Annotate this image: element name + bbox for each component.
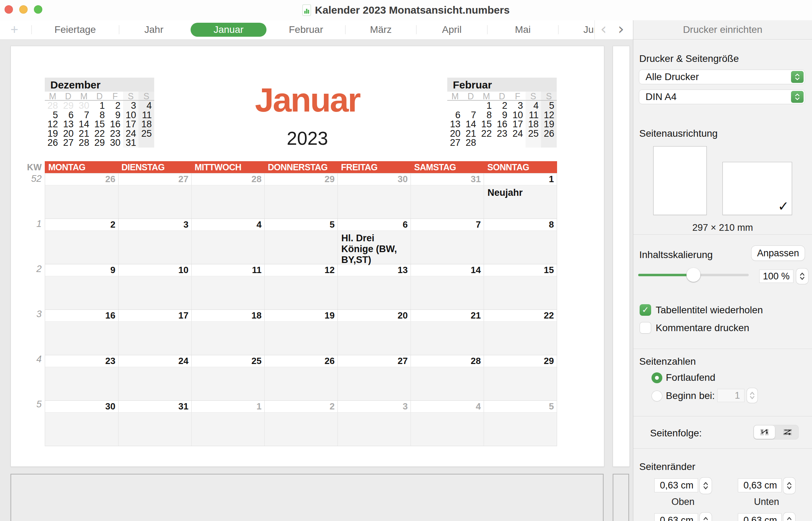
date-cell[interactable]: 23 bbox=[45, 355, 118, 367]
empty-event-cell[interactable] bbox=[264, 185, 337, 219]
margin-right-field-stepper[interactable] bbox=[783, 513, 795, 521]
mini-day-cell[interactable]: 17 bbox=[123, 120, 139, 129]
margin-top-field-stepper[interactable] bbox=[700, 478, 712, 494]
empty-event-cell[interactable] bbox=[118, 413, 191, 446]
mini-day-cell[interactable]: 16 bbox=[107, 120, 123, 129]
empty-event-cell[interactable] bbox=[484, 231, 557, 264]
empty-event-cell[interactable] bbox=[411, 322, 484, 355]
margin-bottom-field-stepper[interactable] bbox=[783, 478, 795, 494]
date-cell[interactable]: 17 bbox=[118, 310, 191, 321]
empty-event-cell[interactable] bbox=[264, 322, 337, 355]
date-cell[interactable]: 9 bbox=[45, 264, 118, 276]
empty-event-cell[interactable] bbox=[191, 231, 264, 264]
date-cell[interactable]: 29 bbox=[264, 173, 337, 185]
event-cell[interactable]: Neujahr bbox=[484, 185, 557, 219]
date-cell[interactable]: 7 bbox=[411, 219, 484, 230]
date-cell[interactable]: 26 bbox=[45, 173, 118, 185]
fit-button[interactable]: Anpassen bbox=[752, 246, 805, 260]
date-cell[interactable]: 4 bbox=[191, 219, 264, 230]
date-cell[interactable]: 16 bbox=[45, 310, 118, 321]
page-order-vertical-button[interactable] bbox=[754, 426, 775, 439]
empty-event-cell[interactable] bbox=[337, 276, 411, 309]
date-cell[interactable]: 5 bbox=[264, 219, 337, 230]
date-cell[interactable]: 14 bbox=[411, 264, 484, 276]
checkbox-print-comments[interactable] bbox=[640, 322, 651, 334]
orientation-portrait-option[interactable] bbox=[653, 146, 707, 215]
tab-jahr[interactable]: Jahr bbox=[144, 20, 163, 39]
mini-day-cell[interactable]: 13 bbox=[447, 120, 463, 129]
mini-day-cell[interactable]: 13 bbox=[60, 120, 76, 129]
date-cell[interactable]: 13 bbox=[337, 264, 411, 276]
add-sheet-button[interactable]: + bbox=[10, 20, 18, 39]
date-cell[interactable]: 11 bbox=[191, 264, 264, 276]
empty-event-cell[interactable] bbox=[411, 185, 484, 219]
date-cell[interactable]: 26 bbox=[264, 355, 337, 367]
margin-left-field-stepper[interactable] bbox=[700, 513, 712, 521]
empty-event-cell[interactable] bbox=[264, 413, 337, 446]
empty-event-cell[interactable] bbox=[191, 413, 264, 446]
date-cell[interactable]: 3 bbox=[337, 401, 411, 412]
tab-mai[interactable]: Mai bbox=[515, 20, 530, 39]
empty-event-cell[interactable] bbox=[45, 413, 118, 446]
date-cell[interactable]: 28 bbox=[191, 173, 264, 185]
content-scale-slider[interactable] bbox=[638, 267, 749, 283]
margin-left-field[interactable]: 0,63 cm bbox=[654, 513, 698, 521]
empty-event-cell[interactable] bbox=[337, 413, 411, 446]
date-cell[interactable]: 29 bbox=[484, 355, 557, 367]
date-cell[interactable]: 1 bbox=[191, 401, 264, 412]
date-cell[interactable]: 3 bbox=[118, 219, 191, 230]
orientation-landscape-option[interactable]: ✓ bbox=[722, 162, 792, 215]
empty-event-cell[interactable] bbox=[264, 367, 337, 400]
empty-event-cell[interactable] bbox=[411, 276, 484, 309]
empty-event-cell[interactable] bbox=[337, 185, 411, 219]
date-cell[interactable]: 31 bbox=[118, 401, 191, 412]
mini-day-cell[interactable]: 17 bbox=[510, 120, 526, 129]
date-cell[interactable]: 27 bbox=[118, 173, 191, 185]
tab-januar-selected[interactable]: Januar bbox=[191, 23, 266, 37]
margin-top-field[interactable]: 0,63 cm bbox=[654, 478, 698, 492]
empty-event-cell[interactable] bbox=[484, 276, 557, 309]
date-cell[interactable]: 24 bbox=[118, 355, 191, 367]
date-cell[interactable]: 1 bbox=[484, 173, 557, 185]
tab-märz[interactable]: März bbox=[370, 20, 392, 39]
tab-april[interactable]: April bbox=[442, 20, 462, 39]
date-cell[interactable]: 12 bbox=[264, 264, 337, 276]
paper-size-select[interactable]: DIN A4 bbox=[639, 90, 805, 104]
date-cell[interactable]: 18 bbox=[191, 310, 264, 321]
mini-day-cell[interactable]: 16 bbox=[494, 120, 510, 129]
empty-event-cell[interactable] bbox=[191, 185, 264, 219]
empty-event-cell[interactable] bbox=[45, 185, 118, 219]
empty-event-cell[interactable] bbox=[45, 322, 118, 355]
mini-day-cell[interactable]: 15 bbox=[92, 120, 107, 129]
empty-event-cell[interactable] bbox=[484, 413, 557, 446]
scale-percent-field[interactable]: 100 % bbox=[759, 270, 793, 283]
checkbox-repeat-table-titles[interactable] bbox=[640, 304, 651, 316]
date-cell[interactable]: 10 bbox=[118, 264, 191, 276]
empty-event-cell[interactable] bbox=[118, 231, 191, 264]
tab-februar[interactable]: Februar bbox=[289, 20, 323, 39]
empty-event-cell[interactable] bbox=[118, 276, 191, 309]
event-cell[interactable]: Hl. Drei Könige (BW, BY,ST) bbox=[337, 231, 411, 264]
date-cell[interactable]: 2 bbox=[264, 401, 337, 412]
mini-day-cell[interactable]: 18 bbox=[526, 120, 541, 129]
empty-event-cell[interactable] bbox=[411, 413, 484, 446]
empty-event-cell[interactable] bbox=[264, 276, 337, 309]
chevron-right-icon[interactable]: › bbox=[618, 20, 624, 39]
radio-beginn-bei[interactable] bbox=[651, 391, 662, 401]
date-cell[interactable]: 28 bbox=[411, 355, 484, 367]
empty-event-cell[interactable] bbox=[191, 367, 264, 400]
empty-event-cell[interactable] bbox=[411, 231, 484, 264]
margin-bottom-field[interactable]: 0,63 cm bbox=[738, 478, 782, 492]
empty-event-cell[interactable] bbox=[118, 185, 191, 219]
date-cell[interactable]: 6 bbox=[337, 219, 411, 230]
empty-event-cell[interactable] bbox=[191, 276, 264, 309]
date-cell[interactable]: 20 bbox=[337, 310, 411, 321]
empty-event-cell[interactable] bbox=[118, 322, 191, 355]
empty-event-cell[interactable] bbox=[191, 322, 264, 355]
scale-percent-stepper[interactable] bbox=[796, 269, 808, 284]
date-cell[interactable]: 8 bbox=[484, 219, 557, 230]
empty-event-cell[interactable] bbox=[118, 367, 191, 400]
date-cell[interactable]: 21 bbox=[411, 310, 484, 321]
date-cell[interactable]: 15 bbox=[484, 264, 557, 276]
mini-day-cell[interactable]: 14 bbox=[463, 120, 479, 129]
